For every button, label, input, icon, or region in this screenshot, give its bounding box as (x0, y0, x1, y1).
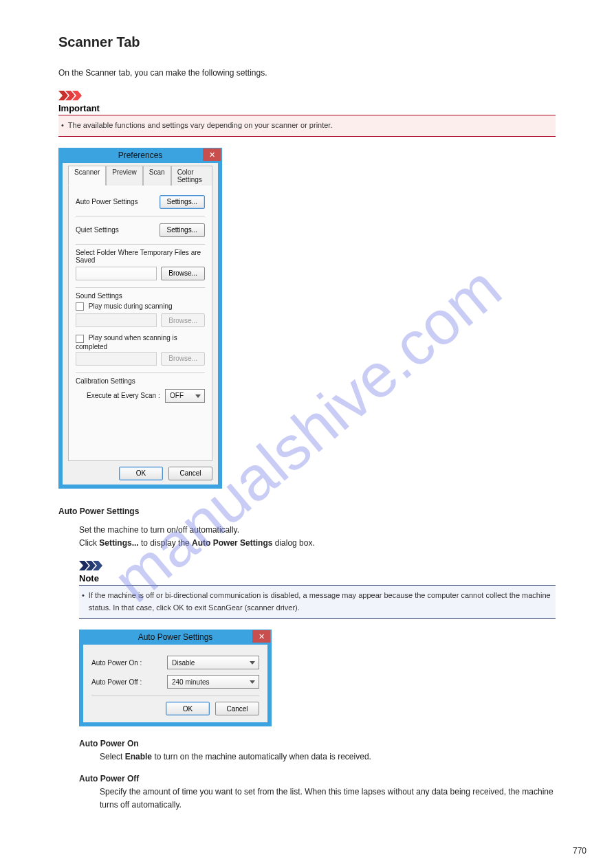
auto-on-text: Select Enable to turn on the machine aut… (100, 750, 556, 764)
browse-folder-button[interactable]: Browse... (161, 267, 205, 280)
aps-divider (91, 695, 259, 696)
preferences-dialog: Preferences ✕ Scanner Preview Scan Color… (58, 148, 222, 489)
tabs: Scanner Preview Scan Color Settings (68, 166, 212, 186)
note-band: • If the machine is off or bi-directiona… (79, 585, 556, 618)
titlebar-text: Auto Power Settings (138, 632, 213, 642)
auto-power-desc1: Set the machine to turn on/off automatic… (79, 524, 556, 537)
dialog-body: Scanner Preview Scan Color Settings Auto… (63, 163, 218, 485)
tab-scanner[interactable]: Scanner (68, 166, 106, 186)
quiet-label: Quiet Settings (76, 226, 119, 234)
auto-on-heading: Auto Power On (79, 737, 556, 750)
auto-power-label: Auto Power Settings (76, 198, 138, 205)
folder-label: Select Folder Where Temporary Files are … (76, 249, 205, 264)
note-heading: Note (79, 573, 556, 583)
play-music-checkbox[interactable] (76, 302, 84, 311)
auto-off-heading: Auto Power Off (79, 772, 556, 786)
important-band: • The available functions and settings v… (58, 115, 556, 136)
intro-text: On the Scanner tab, you can make the fol… (58, 67, 556, 80)
browse-complete-button: Browse... (161, 352, 205, 366)
bullet-dot: • (61, 120, 64, 132)
row-auto-power: Auto Power Settings Settings... (76, 192, 205, 216)
auto-power-settings-button[interactable]: Settings... (160, 195, 205, 209)
auto-power-heading: Auto Power Settings (58, 505, 556, 518)
row-auto-off: Auto Power Off : 240 minutes (91, 672, 259, 691)
cancel-button[interactable]: Cancel (215, 702, 259, 715)
auto-off-text: Specify the amount of time you want to s… (100, 786, 556, 812)
close-icon[interactable]: ✕ (252, 630, 270, 643)
execute-value: OFF (170, 392, 184, 399)
auto-power-desc2: Click Settings... to display the Auto Po… (79, 537, 556, 550)
row-music-file: Browse... (76, 312, 205, 330)
chevron-note-icon (79, 561, 104, 570)
auto-on-block: Auto Power On Select Enable to turn on t… (79, 737, 556, 764)
dialog-button-bar: OK Cancel (68, 461, 212, 480)
auto-on-select[interactable]: Disable (167, 656, 259, 669)
aps-body: Auto Power On : Disable Auto Power Off :… (83, 645, 267, 722)
auto-off-value: 240 minutes (172, 678, 209, 686)
close-icon[interactable]: ✕ (203, 148, 221, 161)
auto-off-label: Auto Power Off : (91, 678, 167, 686)
calibration-label: Calibration Settings (76, 377, 205, 385)
row-quiet: Quiet Settings Settings... (76, 221, 205, 245)
auto-power-section: Auto Power Settings Set the machine to t… (58, 505, 556, 812)
row-play-music-check: Play music during scanning (76, 301, 205, 312)
tab-preview[interactable]: Preview (106, 166, 143, 186)
note-rule (79, 618, 556, 619)
row-folder: Browse... (76, 265, 205, 288)
play-complete-label: Play sound when scanning is completed (76, 334, 177, 350)
row-complete-file: Browse... (76, 350, 205, 373)
folder-path-field[interactable] (76, 267, 157, 280)
note-block: Note • If the machine is off or bi-direc… (79, 561, 556, 619)
page-content: Scanner Tab On the Scanner tab, you can … (0, 0, 614, 812)
page-title: Scanner Tab (58, 34, 556, 50)
titlebar: Auto Power Settings ✕ (79, 630, 272, 645)
important-text: The available functions and settings var… (68, 120, 333, 132)
execute-select[interactable]: OFF (165, 389, 205, 403)
complete-file-field (76, 352, 157, 366)
row-auto-on: Auto Power On : Disable (91, 653, 259, 672)
aps-button-bar: OK Cancel (91, 702, 259, 715)
sound-settings-label: Sound Settings (76, 292, 205, 300)
play-complete-checkbox[interactable] (76, 335, 84, 343)
bullet-dot: • (82, 590, 85, 614)
important-rule (58, 136, 556, 137)
play-music-label: Play music during scanning (89, 302, 173, 310)
chevron-important-icon (58, 91, 83, 100)
page-number: 770 (573, 846, 586, 856)
note-bullet-text: If the machine is off or bi-directional … (89, 590, 553, 614)
auto-off-select[interactable]: 240 minutes (167, 675, 259, 689)
tab-color-settings[interactable]: Color Settings (171, 166, 212, 186)
important-heading: Important (58, 103, 556, 113)
row-play-complete-check: Play sound when scanning is completed (76, 334, 205, 350)
auto-on-value: Disable (172, 659, 195, 667)
quiet-settings-button[interactable]: Settings... (160, 223, 205, 237)
tab-scan[interactable]: Scan (143, 166, 171, 186)
ok-button[interactable]: OK (166, 702, 210, 715)
browse-music-button: Browse... (161, 313, 205, 327)
execute-label: Execute at Every Scan : (87, 392, 160, 399)
ok-button[interactable]: OK (119, 467, 163, 480)
cancel-button[interactable]: Cancel (168, 467, 212, 480)
titlebar-text: Preferences (118, 151, 163, 160)
row-calibration: Execute at Every Scan : OFF (76, 386, 205, 405)
auto-on-label: Auto Power On : (91, 659, 167, 667)
auto-power-dialog: Auto Power Settings ✕ Auto Power On : Di… (79, 630, 272, 726)
tabpanel-scanner: Auto Power Settings Settings... Quiet Se… (68, 185, 212, 461)
auto-off-block: Auto Power Off Specify the amount of tim… (79, 772, 556, 812)
music-file-field (76, 313, 157, 327)
titlebar: Preferences ✕ (58, 148, 222, 163)
